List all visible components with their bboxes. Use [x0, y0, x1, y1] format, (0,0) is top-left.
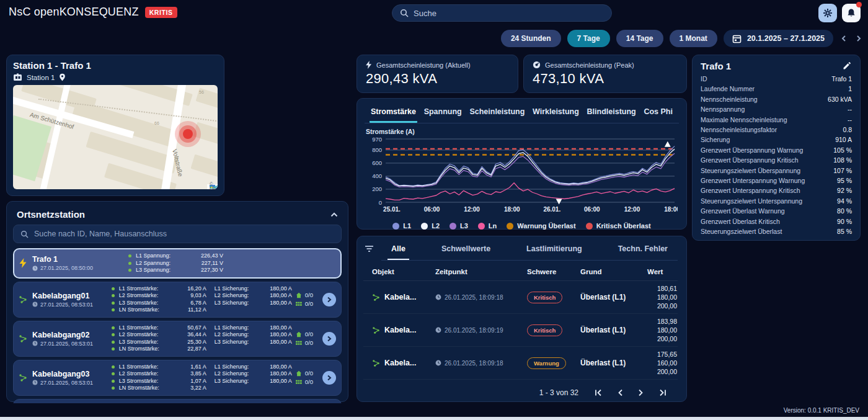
detail-label: ID — [701, 74, 707, 84]
severity-badge: Kritisch — [527, 324, 562, 336]
detail-label: Grenzwert Unterspannung Kritisch — [701, 185, 800, 195]
next-period-button[interactable] — [854, 34, 863, 43]
detail-row: Laufende Nummer1 — [701, 84, 852, 94]
svg-text:18:00: 18:00 — [504, 206, 520, 213]
detail-value: 80 % — [837, 206, 852, 216]
chart-tab[interactable]: Spannung — [423, 105, 463, 123]
table-row[interactable]: Kabela... 26.01.2025, 18:09:19 Kritisch … — [363, 314, 678, 347]
range-button[interactable]: 24 Stunden — [501, 30, 561, 47]
detail-row: Maximale Nennscheinleistung-- — [701, 115, 852, 125]
status-dot — [112, 302, 115, 305]
open-station-button[interactable] — [322, 293, 336, 306]
chart-tab[interactable]: Cos Phi — [642, 105, 674, 123]
station-search[interactable] — [13, 225, 342, 243]
legend-item: Ln — [478, 222, 497, 230]
legend-dot-icon — [450, 223, 456, 230]
version-label: Version: 0.0.1 KRITIS_DEV — [784, 407, 859, 414]
chart-legend: L1 L2 L3 Ln Warnung Überlast Kritisch Üb… — [365, 222, 679, 230]
station-name: Trafo 1 — [32, 255, 93, 264]
alert-object: Kabela... — [384, 359, 416, 367]
house-count: 0/0 — [305, 292, 313, 298]
alert-tab[interactable]: Alle — [388, 243, 409, 260]
bell-icon — [846, 8, 856, 18]
chart-tabs: Stromstärke Spannung Scheinleistung Wirk… — [365, 104, 679, 123]
alert-reason: Überlast (L1) — [580, 359, 647, 367]
detail-value: 910 A — [835, 135, 852, 145]
alert-tab[interactable]: Schwellwerte — [438, 243, 494, 260]
legend-dot-icon — [507, 223, 513, 230]
list-item-kabelabgang02[interactable]: Kabelabgang02 27.01.2025, 08:53:01 L1 St… — [13, 321, 342, 357]
map-building — [190, 154, 218, 185]
alert-tab[interactable]: Techn. Fehler — [614, 243, 671, 260]
grid-count: 0/0 — [305, 300, 313, 307]
station-search-input[interactable] — [34, 230, 334, 238]
svg-text:970: 970 — [372, 136, 382, 143]
next-page-button[interactable] — [638, 389, 644, 396]
collapse-chevron-icon[interactable] — [330, 212, 338, 217]
date-range-button[interactable]: 20.1.2025 – 27.1.2025 — [724, 30, 833, 47]
station-card: Station 1 - Trafo 1 Station 1 Am Schütze… — [6, 55, 224, 196]
table-row[interactable]: Kabela... 26.01.2025, 18:09:18 Kritisch … — [363, 281, 678, 314]
legend-dot-icon — [421, 223, 428, 230]
chart-tab[interactable]: Stromstärke — [370, 105, 417, 123]
detail-value: -- — [848, 104, 852, 114]
detail-value: 94 % — [837, 196, 852, 206]
carto-link[interactable]: CARTO — [210, 184, 218, 190]
list-item-partial[interactable]: L1 Stromstärke:50,93 AL1 Sicherung:180,0… — [13, 399, 342, 404]
station-map[interactable]: Am Schützenhof Voltstraße 56 66 Leaflet … — [13, 85, 218, 189]
brand: NsC openKONSEQUENZ KRITIS — [9, 6, 177, 19]
notifications-button[interactable] — [842, 4, 861, 22]
detail-label: Grenzwert Überlast Kritisch — [701, 217, 780, 226]
detail-row: Grenzwert Überlast Warnung80 % — [701, 206, 852, 216]
settings-button[interactable] — [818, 4, 837, 22]
detail-row: Steuerungszielwert Überspannung107 % — [701, 166, 852, 176]
detail-label: Laufende Nummer — [701, 84, 755, 94]
search-input[interactable] — [414, 9, 604, 18]
svg-text:200: 200 — [372, 185, 382, 192]
kritis-badge: KRITIS — [145, 7, 177, 18]
status-dot — [112, 294, 115, 297]
dashboard-root: NsC openKONSEQUENZ KRITIS — [0, 0, 868, 420]
map-attribution: Leaflet © OpenStreetMap CARTO — [207, 184, 218, 189]
station-metrics: L1 Stromstärke:16,20 AL1 Sicherung:180,0… — [112, 285, 292, 314]
alert-values: 183,98180,00200,00 — [647, 317, 677, 343]
column-header: Zeitpunkt — [435, 268, 527, 275]
list-item-kabelabgang03[interactable]: Kabelabgang03 27.01.2025, 08:53:01 L1 St… — [13, 360, 342, 396]
detail-value: 108 % — [833, 155, 852, 165]
station-metrics: L1 Stromstärke:50,67 AL1 Sicherung:180,0… — [112, 324, 292, 353]
legend-dot-icon — [478, 223, 485, 230]
status-dot — [128, 262, 131, 265]
range-button[interactable]: 7 Tage — [567, 30, 610, 47]
filter-button[interactable] — [363, 243, 375, 255]
open-station-button[interactable] — [322, 371, 336, 385]
status-dot — [112, 333, 115, 336]
global-search[interactable] — [392, 4, 612, 22]
detail-value: Trafo 1 — [831, 74, 852, 84]
last-page-button[interactable] — [658, 389, 666, 396]
chart-tab[interactable]: Blindleistung — [586, 105, 637, 123]
first-page-button[interactable] — [595, 389, 603, 396]
station-name: Kabelabgang03 — [32, 370, 93, 378]
prev-period-button[interactable] — [839, 34, 848, 43]
detail-row: Steuerungszielwert Überlast85 % — [701, 226, 852, 236]
cable-branch-icon — [19, 295, 27, 304]
status-dot — [112, 347, 115, 351]
chart-tab[interactable]: Scheinleistung — [468, 105, 526, 123]
table-body: Kabela... 26.01.2025, 18:09:18 Kritisch … — [363, 281, 678, 380]
chart-tab[interactable]: Wirkleistung — [531, 105, 580, 123]
range-button[interactable]: 14 Tage — [616, 30, 663, 47]
table-row[interactable]: Kabela... 26.01.2025, 18:09:18 Warnung Ü… — [363, 347, 678, 380]
list-item-kabelabgang01[interactable]: Kabelabgang01 27.01.2025, 08:53:01 L1 St… — [13, 282, 342, 318]
edit-button[interactable] — [841, 61, 852, 71]
detail-label: Grenzwert Überspannung Warnung — [701, 145, 803, 155]
prev-page-button[interactable] — [618, 389, 623, 396]
alert-tab[interactable]: Lastlimitierung — [523, 243, 586, 260]
range-button[interactable]: 1 Monat — [670, 30, 717, 47]
details-title: Trafo 1 — [701, 61, 731, 71]
detail-value: -- — [848, 115, 852, 125]
status-dot — [112, 386, 115, 390]
line-chart[interactable]: 020040060080097025.01.06:0012:0018:0026.… — [365, 135, 678, 218]
list-item-trafo1[interactable]: Trafo 1 27.01.2025, 08:50:00 L1 Spannung… — [13, 248, 342, 279]
alert-reason: Überlast (L1) — [580, 326, 647, 334]
open-station-button[interactable] — [322, 332, 336, 346]
